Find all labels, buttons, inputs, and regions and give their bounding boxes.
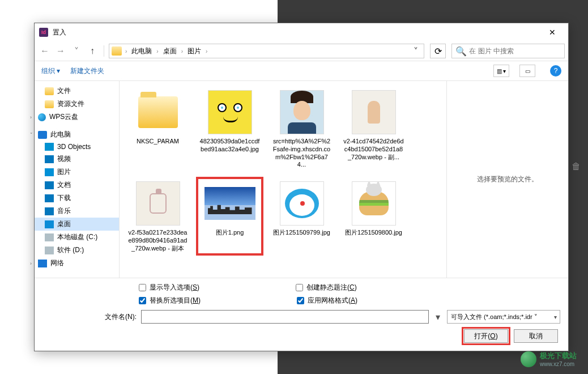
chevron-icon: › [181,48,183,54]
place-dialog: Id 置入 ✕ ← → ˅ ↑ › 此电脑 › 桌面 › 图片 › ˅ ⟳ 🔍 … [34,23,569,351]
preview-message: 选择要预览的文件。 [477,175,538,184]
tree-item[interactable]: 视频 [35,152,119,165]
chevron-icon: › [125,48,127,54]
preview-pane: 选择要预览的文件。 [446,81,568,278]
tree-item[interactable]: ˅此电脑 [35,128,119,141]
ico-net [38,260,47,267]
ico-dl [45,194,54,202]
file-label: v2-f53a0217e233deae899d80b9416a91ad_720w… [127,229,188,252]
tree-item[interactable]: ›网络 [35,257,119,270]
file-list[interactable]: NKSC_PARAM482309539da0e1ccdfbed91aac32a4… [120,81,446,278]
refresh-button[interactable]: ⟳ [430,44,446,58]
ico-3d [45,143,54,151]
file-type-filter[interactable]: 可导入文件 (*.oam;*.inds;*.idr ˅ [447,310,560,324]
tree-item[interactable]: ›WPS云盘 [35,110,119,124]
checkbox-input[interactable] [296,284,303,291]
file-item[interactable]: v2-41cd74542d2de6dc4bd15007be52d1a8_720w… [341,87,406,171]
up-button[interactable]: ↑ [86,44,99,58]
dialog-footer: 显示导入选项(S) 创建静态题注(C) 替换所选项目(M) 应用网格格式(A) … [35,278,568,351]
folder-tree[interactable]: 文件资源文件›WPS云盘˅此电脑3D Objects视频图片文档下载音乐桌面本地… [35,81,120,278]
tree-item[interactable]: 桌面 [35,218,119,231]
filename-dropdown[interactable]: ▾ [433,312,442,322]
file-label: v2-41cd74542d2de6dc4bd15007be52d1a8_720w… [343,138,404,161]
tree-item-label: 网络 [50,258,64,268]
file-item[interactable]: 图片1251509799.jpg [269,178,334,254]
tree-item-label: 文档 [57,180,71,190]
tree-item-label: 桌面 [57,219,71,229]
file-item[interactable]: v2-f53a0217e233deae899d80b9416a91ad_720w… [125,178,190,254]
cancel-button[interactable]: 取消 [514,329,558,343]
search-box[interactable]: 🔍 [451,44,565,58]
file-item[interactable]: 图片1251509800.jpg [341,178,406,254]
ico-disk [45,233,54,241]
tree-item-label: 音乐 [57,206,71,216]
ico-folder [45,87,54,95]
organize-button[interactable]: 组织 ▾ [41,66,60,76]
file-item[interactable]: 482309539da0e1ccdfbed91aac32a4e0.jpg [197,87,262,171]
search-icon: 🔍 [455,46,467,57]
tree-item[interactable]: 图片 [35,165,119,178]
tree-item[interactable]: 下载 [35,192,119,205]
dialog-title: 置入 [53,28,541,37]
ico-pc [38,131,47,139]
forward-button[interactable]: → [54,44,67,58]
file-item[interactable]: NKSC_PARAM [125,87,190,171]
ico-wps [38,113,46,121]
filename-input[interactable] [141,310,429,324]
checkbox-input[interactable] [139,284,146,291]
toolbar: 组织 ▾ 新建文件夹 ▥ ▾ ▭ ? [35,61,568,81]
checkbox-input[interactable] [297,297,304,304]
checkbox-input[interactable] [139,297,146,304]
folder-icon [112,46,122,56]
open-button[interactable]: 打开(O) [464,329,508,343]
ico-music [45,207,54,215]
close-button[interactable]: ✕ [541,28,564,37]
ico-pic [45,168,54,176]
tree-item-label: WPS云盘 [49,112,78,122]
tree-item[interactable]: 软件 (D:) [35,244,119,257]
indesign-icon: Id [39,28,48,37]
help-button[interactable]: ? [550,65,561,76]
breadcrumb-dropdown[interactable]: ˅ [410,46,421,57]
apply-grid-checkbox[interactable]: 应用网格格式(A) [297,296,357,305]
file-label: 图片1.png [216,229,244,237]
file-item[interactable]: src=http%3A%2F%2Fsafe-img.xhscdn.com%2Fb… [269,87,334,171]
tree-item-label: 本地磁盘 (C:) [57,232,97,242]
replace-selected-checkbox[interactable]: 替换所选项目(M) [139,296,201,305]
file-label: src=http%3A%2F%2Fsafe-img.xhscdn.com%2Fb… [271,138,332,169]
file-label: 482309539da0e1ccdfbed91aac32a4e0.jpg [199,138,260,154]
view-mode-button[interactable]: ▥ ▾ [493,65,509,77]
breadcrumb-item[interactable]: 此电脑 [128,45,155,58]
tree-item-label: 此电脑 [50,130,71,139]
chevron-icon: › [206,48,207,54]
tree-item[interactable]: 资源文件 [35,97,119,110]
preview-pane-button[interactable]: ▭ [519,65,535,77]
file-label: NKSC_PARAM [137,138,179,146]
recent-dropdown[interactable]: ˅ [70,44,83,58]
tree-item[interactable]: 文件 [35,84,119,97]
tree-item-label: 资源文件 [57,99,84,109]
ico-folder [45,100,54,108]
breadcrumb-item[interactable]: 桌面 [160,45,180,58]
search-input[interactable] [469,47,561,55]
tree-item[interactable]: 音乐 [35,205,119,218]
tree-item-label: 视频 [57,154,71,164]
back-button[interactable]: ← [38,44,52,58]
file-label: 图片1251509799.jpg [273,229,330,237]
tree-item[interactable]: 本地磁盘 (C:) [35,231,119,244]
tree-item-label: 3D Objects [57,143,91,151]
ico-desk [45,220,54,228]
watermark-icon [521,351,536,367]
breadcrumb-item[interactable]: 图片 [184,45,204,58]
create-caption-checkbox[interactable]: 创建静态题注(C) [296,283,357,292]
trash-icon[interactable]: 🗑 [572,162,583,173]
new-folder-button[interactable]: 新建文件夹 [70,66,104,76]
ico-disk [45,246,54,254]
tree-item[interactable]: 文档 [35,178,119,192]
file-item[interactable]: 图片1.png [197,178,262,254]
nav-bar: ← → ˅ ↑ › 此电脑 › 桌面 › 图片 › ˅ ⟳ 🔍 [35,41,568,61]
tree-item[interactable]: 3D Objects [35,141,119,152]
show-import-options-checkbox[interactable]: 显示导入选项(S) [139,283,199,292]
file-label: 图片1251509800.jpg [345,229,402,237]
breadcrumb[interactable]: › 此电脑 › 桌面 › 图片 › ˅ [109,44,424,58]
